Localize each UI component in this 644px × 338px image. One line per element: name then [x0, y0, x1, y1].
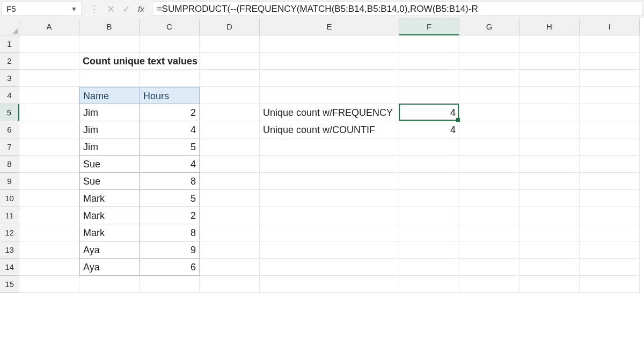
table-cell-hours[interactable]: 4: [140, 156, 200, 173]
cell-I9[interactable]: [580, 173, 640, 190]
cell-D14[interactable]: [200, 259, 260, 276]
cell-E8[interactable]: [260, 156, 399, 173]
table-cell-name[interactable]: Sue: [79, 173, 140, 190]
table-cell-name[interactable]: Jim: [79, 121, 140, 138]
cell-A13[interactable]: [19, 241, 79, 259]
row-header-7[interactable]: 7: [0, 138, 19, 156]
col-header-A[interactable]: A: [19, 18, 79, 35]
cell-A14[interactable]: [19, 259, 79, 276]
cell-G3[interactable]: [459, 70, 519, 87]
cell-I14[interactable]: [580, 259, 640, 276]
cell-F10[interactable]: [399, 190, 459, 207]
table-cell-name[interactable]: Jim: [79, 104, 140, 121]
cell-I8[interactable]: [580, 156, 640, 173]
table-cell-name[interactable]: Sue: [79, 156, 140, 173]
cell-A12[interactable]: [19, 224, 79, 241]
cell-A11[interactable]: [19, 207, 79, 224]
cell-H15[interactable]: [519, 276, 580, 293]
cell-A6[interactable]: [19, 121, 79, 138]
row-header-5[interactable]: 5: [0, 104, 19, 121]
cell-D13[interactable]: [200, 241, 260, 259]
page-title[interactable]: Count unique text values: [79, 53, 140, 70]
row-header-11[interactable]: 11: [0, 207, 19, 224]
cell-G10[interactable]: [459, 190, 519, 207]
cell-A10[interactable]: [19, 190, 79, 207]
cell-D8[interactable]: [200, 156, 260, 173]
cell-E4[interactable]: [260, 87, 399, 104]
cell-F1[interactable]: [399, 35, 459, 53]
row-header-9[interactable]: 9: [0, 173, 19, 190]
table-cell-hours[interactable]: 2: [140, 104, 200, 121]
cell-G4[interactable]: [459, 87, 519, 104]
cell-E9[interactable]: [260, 173, 399, 190]
cell-H9[interactable]: [519, 173, 580, 190]
cell-H3[interactable]: [519, 70, 580, 87]
cell-B3[interactable]: [79, 70, 140, 87]
cell-E10[interactable]: [260, 190, 399, 207]
cancel-icon[interactable]: ✕: [107, 3, 115, 15]
cell-C15[interactable]: [140, 276, 200, 293]
cell-I7[interactable]: [580, 138, 640, 156]
table-cell-name[interactable]: Mark: [79, 207, 140, 224]
cell-A5[interactable]: [19, 104, 79, 121]
cell-D10[interactable]: [200, 190, 260, 207]
cell-I1[interactable]: [580, 35, 640, 53]
cell-G7[interactable]: [459, 138, 519, 156]
cell-D3[interactable]: [200, 70, 260, 87]
table-cell-hours[interactable]: 4: [140, 121, 200, 138]
cell-B1[interactable]: [79, 35, 140, 53]
cell-F11[interactable]: [399, 207, 459, 224]
table-cell-name[interactable]: Aya: [79, 241, 140, 259]
cell-A7[interactable]: [19, 138, 79, 156]
table-cell-name[interactable]: Mark: [79, 190, 140, 207]
cell-I6[interactable]: [580, 121, 640, 138]
result-frequency[interactable]: 4: [399, 104, 459, 121]
cell-E3[interactable]: [260, 70, 399, 87]
cell-D4[interactable]: [200, 87, 260, 104]
cell-G6[interactable]: [459, 121, 519, 138]
cell-A1[interactable]: [19, 35, 79, 53]
cell-E7[interactable]: [260, 138, 399, 156]
cell-G12[interactable]: [459, 224, 519, 241]
table-cell-hours[interactable]: 8: [140, 224, 200, 241]
cell-D5[interactable]: [200, 104, 260, 121]
cell-E12[interactable]: [260, 224, 399, 241]
cell-G8[interactable]: [459, 156, 519, 173]
cell-B15[interactable]: [79, 276, 140, 293]
label-countif[interactable]: Unique count w/COUNTIF: [260, 121, 399, 138]
table-header-hours[interactable]: Hours: [140, 87, 200, 104]
cell-I15[interactable]: [580, 276, 640, 293]
col-header-G[interactable]: G: [459, 18, 519, 35]
row-header-14[interactable]: 14: [0, 259, 19, 276]
cell-G13[interactable]: [459, 241, 519, 259]
cell-H6[interactable]: [519, 121, 580, 138]
cell-C2[interactable]: [140, 53, 200, 70]
cell-H10[interactable]: [519, 190, 580, 207]
result-countif[interactable]: 4: [399, 121, 459, 138]
row-header-13[interactable]: 13: [0, 241, 19, 259]
name-box[interactable]: F5 ▼: [2, 2, 82, 16]
fx-icon[interactable]: fx: [138, 4, 144, 13]
cell-A8[interactable]: [19, 156, 79, 173]
cell-G2[interactable]: [459, 53, 519, 70]
table-cell-name[interactable]: Mark: [79, 224, 140, 241]
cell-H12[interactable]: [519, 224, 580, 241]
table-header-name[interactable]: Name: [79, 87, 140, 104]
cell-D9[interactable]: [200, 173, 260, 190]
cell-F2[interactable]: [399, 53, 459, 70]
cell-H11[interactable]: [519, 207, 580, 224]
label-frequency[interactable]: Unique count w/FREQUENCY: [260, 104, 399, 121]
cell-H8[interactable]: [519, 156, 580, 173]
cell-G1[interactable]: [459, 35, 519, 53]
table-cell-hours[interactable]: 5: [140, 138, 200, 156]
cell-D6[interactable]: [200, 121, 260, 138]
table-cell-hours[interactable]: 5: [140, 190, 200, 207]
row-header-12[interactable]: 12: [0, 224, 19, 241]
cell-E1[interactable]: [260, 35, 399, 53]
row-header-3[interactable]: 3: [0, 70, 19, 87]
spreadsheet-grid[interactable]: ABCDEFGHI12Count unique text values34Nam…: [0, 18, 644, 293]
col-header-C[interactable]: C: [140, 18, 200, 35]
select-all-corner[interactable]: [0, 18, 19, 35]
cell-I3[interactable]: [580, 70, 640, 87]
col-header-H[interactable]: H: [519, 18, 580, 35]
